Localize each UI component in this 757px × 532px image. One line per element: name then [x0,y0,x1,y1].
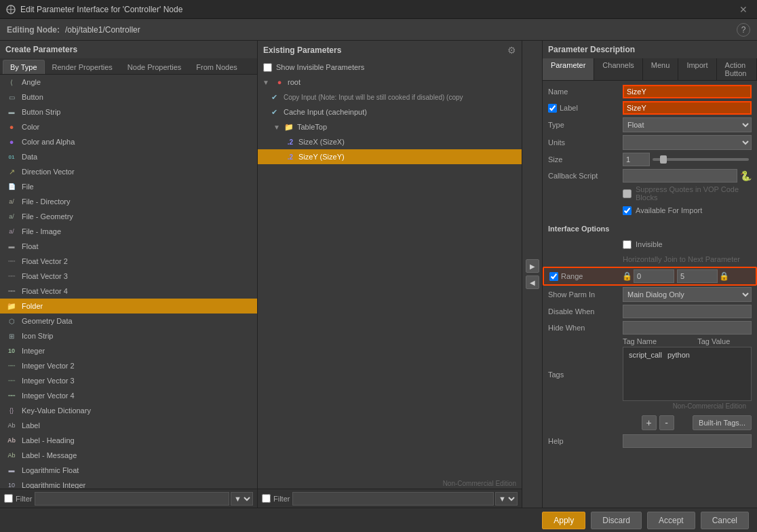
param-integer[interactable]: Integer [0,343,257,358]
horizontal-join-label: Horizontally Join to Next Parameter [623,255,740,263]
tree-copy-input-label: Copy Input (Note: Input will be still co… [284,94,463,101]
tree-copy-input[interactable]: ✔ Copy Input (Note: Input will be still … [258,90,522,104]
range-min-input[interactable] [634,269,674,283]
tab-render-properties[interactable]: Render Properties [45,60,120,74]
param-direction-vector[interactable]: Direction Vector [0,164,257,179]
param-log-integer[interactable]: Logarithmic Integer [0,478,257,489]
label-value [623,101,752,115]
name-input[interactable] [623,85,752,98]
param-integer-vector4[interactable]: Integer Vector 4 [0,388,257,403]
transfer-right-button[interactable]: ▶ [526,259,539,273]
invisible-checkbox[interactable] [623,240,632,249]
left-filter-checkbox[interactable] [4,494,13,503]
remove-tag-button[interactable]: - [659,415,674,430]
add-tag-button[interactable]: + [642,415,657,430]
labelmsg-icon [5,451,18,460]
param-float-vector3[interactable]: Float Vector 3 [0,269,257,284]
sizey-icon: .2 [285,152,296,162]
param-label-message[interactable]: Label - Message [0,448,257,463]
tab-by-type[interactable]: By Type [3,60,45,74]
param-float[interactable]: Float [0,239,257,254]
left-filter-input[interactable] [35,492,229,506]
param-folder[interactable]: Folder [0,299,257,314]
param-data[interactable]: Data [0,149,257,164]
check-icon: ✔ [271,93,281,102]
hide-when-input[interactable] [623,321,752,335]
param-icon-strip[interactable]: Icon Strip [0,328,257,343]
main-content: Create Parameters By Type Render Propert… [0,41,757,508]
show-invisible-row: Show Invisible Parameters [258,60,522,75]
tags-table[interactable]: script_call python [623,347,752,401]
middle-filter-input[interactable] [292,492,494,506]
help-input[interactable] [623,434,752,448]
integer-icon [5,346,18,356]
discard-button[interactable]: Discard [591,512,642,529]
param-color[interactable]: Color [0,119,257,134]
tab-menu[interactable]: Menu [643,58,679,80]
tree-tabletop[interactable]: ▼ TableTop [258,119,522,134]
slider-track[interactable] [653,158,749,161]
label-input[interactable] [623,101,752,115]
tree-cache-input[interactable]: ✔ Cache Input (cacheinput) [258,104,522,119]
param-file[interactable]: File [0,179,257,194]
tab-channels[interactable]: Channels [594,58,642,80]
left-filter-bar: Filter ▼ [0,489,257,508]
gear-icon[interactable]: ⚙ [507,45,516,56]
editing-path: /obj/table1/Controller [65,25,737,35]
help-row: Help [543,433,757,449]
size-input[interactable] [623,153,650,166]
param-label-heading[interactable]: Label - Heading [0,433,257,448]
param-float-vector2[interactable]: Float Vector 2 [0,254,257,269]
tab-from-nodes[interactable]: From Nodes [189,60,245,74]
apply-button[interactable]: Apply [542,512,585,529]
transfer-left-button[interactable]: ◀ [526,276,539,289]
param-float-vector4[interactable]: Float Vector 4 [0,284,257,299]
suppress-checkbox[interactable] [623,189,632,198]
labelhead-icon [5,436,18,445]
param-label[interactable]: Label [0,418,257,433]
param-integer-vector2[interactable]: Integer Vector 2 [0,358,257,373]
tree-root[interactable]: ▼ root [258,75,522,90]
tab-action-button[interactable]: Action Button [717,58,757,80]
param-log-float[interactable]: Logarithmic Float [0,463,257,478]
help-icon[interactable]: ? [737,23,750,37]
slider-thumb[interactable] [660,155,667,164]
root-icon [274,77,285,87]
range-max-input[interactable] [677,269,718,283]
middle-filter-dropdown[interactable]: ▼ [495,492,518,506]
buttonstrip-icon [5,107,18,117]
type-row: Type Float [543,116,757,134]
tree-sizex[interactable]: .2 SizeX (SizeX) [258,134,522,149]
param-file-directory[interactable]: File - Directory [0,194,257,209]
tree-sizey[interactable]: .2 SizeY (SizeY) [258,149,522,164]
param-key-value-dict[interactable]: Key-Value Dictionary [0,403,257,418]
middle-filter-checkbox[interactable] [262,494,271,503]
param-color-alpha[interactable]: Color and Alpha [0,134,257,149]
param-integer-vector3[interactable]: Integer Vector 3 [0,373,257,388]
label-checkbox[interactable] [548,104,557,113]
callback-input[interactable] [623,169,737,183]
units-select[interactable] [623,135,752,150]
param-geometry-data[interactable]: Geometry Data [0,314,257,328]
available-import-checkbox[interactable] [623,206,632,215]
tab-import[interactable]: Import [678,58,716,80]
builtin-tags-button[interactable]: Built-in Tags... [693,415,752,430]
disable-when-input[interactable] [623,305,752,318]
show-parm-select[interactable]: Main Dialog Only [623,287,752,302]
tab-parameter[interactable]: Parameter [543,58,594,80]
param-angle[interactable]: Angle [0,75,257,90]
param-button[interactable]: Button [0,90,257,104]
tree-area: ▼ root ✔ Copy Input (Note: Input will be… [258,75,522,478]
type-select[interactable]: Float [623,117,752,132]
param-button-strip[interactable]: Button Strip [0,104,257,119]
left-filter-label: Filter [16,495,32,503]
param-file-image[interactable]: File - Image [0,224,257,239]
range-checkbox[interactable] [549,272,558,281]
show-invisible-checkbox[interactable] [263,63,272,72]
close-button[interactable]: ✕ [735,3,752,16]
accept-button[interactable]: Accept [647,512,695,529]
tab-node-properties[interactable]: Node Properties [120,60,189,74]
param-file-geometry[interactable]: File - Geometry [0,209,257,224]
left-filter-dropdown[interactable]: ▼ [231,492,253,506]
cancel-button[interactable]: Cancel [701,512,749,529]
